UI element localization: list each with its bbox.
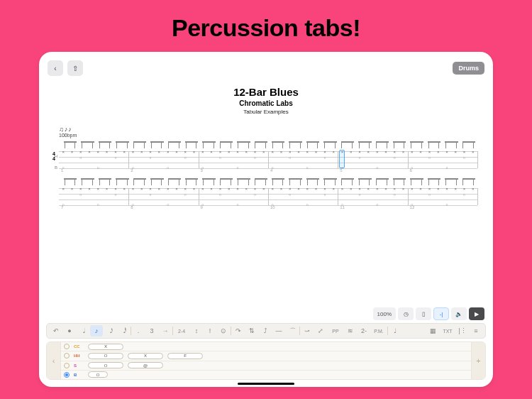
hihat-note[interactable]: × — [455, 150, 458, 154]
hihat-note[interactable]: × — [280, 150, 283, 154]
snare-note[interactable]: ○ — [254, 192, 256, 197]
hihat-note[interactable]: × — [175, 187, 178, 191]
hihat-note[interactable]: × — [210, 187, 213, 191]
hihat-note[interactable]: × — [88, 150, 91, 154]
hihat-note[interactable]: × — [236, 150, 239, 154]
hihat-note[interactable]: × — [393, 187, 396, 191]
hihat-note[interactable]: × — [262, 150, 265, 154]
hihat-note[interactable]: × — [219, 187, 222, 191]
hihat-note[interactable]: × — [114, 150, 117, 154]
hihat-note[interactable]: × — [184, 150, 187, 154]
hihat-note[interactable]: × — [350, 187, 353, 191]
hihat-note[interactable]: × — [132, 187, 135, 191]
hihat-note[interactable]: × — [437, 187, 440, 191]
hihat-note[interactable]: × — [71, 187, 74, 191]
hihat-note[interactable]: × — [393, 150, 396, 154]
hihat-note[interactable]: × — [367, 150, 370, 154]
hihat-note[interactable]: × — [289, 150, 292, 154]
toolbar-item[interactable]: 2- — [358, 325, 370, 337]
hihat-note[interactable]: × — [140, 150, 143, 154]
hihat-note[interactable]: × — [149, 187, 152, 191]
count-in-button[interactable]: -| — [433, 307, 449, 320]
toolbar-item[interactable]: ↶ — [50, 325, 62, 337]
drum-lane-hh[interactable]: HHOXF — [61, 351, 471, 361]
hihat-note[interactable]: × — [219, 150, 222, 154]
hihat-note[interactable]: × — [79, 187, 82, 191]
hihat-note[interactable]: × — [463, 187, 466, 191]
hihat-note[interactable]: × — [184, 187, 187, 191]
hihat-note[interactable]: × — [419, 150, 422, 154]
hihat-note[interactable]: × — [280, 187, 283, 191]
kick-note[interactable]: ○ — [167, 202, 169, 207]
hihat-note[interactable]: × — [289, 187, 292, 191]
hihat-note[interactable]: × — [323, 187, 326, 191]
hihat-note[interactable]: × — [332, 187, 335, 191]
hihat-note[interactable]: × — [341, 187, 344, 191]
hihat-note[interactable]: × — [402, 187, 405, 191]
hihat-note[interactable]: × — [367, 187, 370, 191]
hihat-note[interactable]: × — [132, 150, 135, 154]
toolbar-item[interactable]: ↕ — [190, 325, 203, 337]
kick-note[interactable]: ○ — [167, 165, 169, 170]
zoom-level[interactable]: 100% — [373, 307, 396, 320]
kick-note[interactable]: ○ — [376, 165, 378, 170]
hihat-note[interactable]: × — [445, 150, 448, 154]
hihat-note[interactable]: × — [402, 150, 405, 154]
snare-note[interactable]: ○ — [114, 192, 116, 197]
lane-radio[interactable] — [64, 372, 70, 378]
hihat-note[interactable]: × — [271, 150, 274, 154]
track-badge[interactable]: Drums — [453, 62, 484, 75]
hihat-note[interactable]: × — [88, 187, 91, 191]
snare-note[interactable]: ○ — [219, 192, 221, 197]
toolbar-item[interactable]: ⤢ — [314, 325, 327, 337]
note-pill[interactable]: F — [167, 353, 203, 359]
kick-note[interactable]: ○ — [445, 165, 448, 170]
hihat-note[interactable]: × — [411, 187, 414, 191]
hihat-note[interactable]: × — [472, 150, 475, 154]
note-pill[interactable]: X — [88, 344, 123, 350]
toolbar-item[interactable]: ⊙ — [217, 325, 230, 337]
hihat-note[interactable]: × — [376, 187, 379, 191]
toolbar-item[interactable]: ⇅ — [245, 325, 258, 337]
note-pill[interactable]: X — [128, 353, 163, 359]
note-pill[interactable]: O — [88, 371, 108, 378]
snare-note[interactable]: ○ — [359, 192, 361, 197]
toolbar-item[interactable]: ↷ — [232, 325, 245, 337]
hihat-note[interactable]: × — [228, 187, 231, 191]
toolbar-item[interactable]: ♩ — [389, 325, 401, 337]
hihat-note[interactable]: × — [323, 150, 326, 154]
toolbar-item[interactable]: ● — [63, 325, 76, 337]
snare-note[interactable]: ○ — [323, 155, 326, 160]
toolbar-item[interactable]: . — [132, 325, 145, 337]
tab-system-2[interactable]: ×○××○××○××○××○××○××○××○××○××○××○××○××○××… — [59, 178, 477, 208]
note-pill[interactable]: O — [88, 362, 123, 368]
hihat-note[interactable]: × — [384, 150, 387, 154]
kick-note[interactable]: ○ — [306, 165, 309, 170]
hihat-note[interactable]: × — [262, 187, 265, 191]
hihat-note[interactable]: × — [472, 187, 475, 191]
drum-lane-b[interactable]: BO — [61, 371, 471, 379]
hihat-note[interactable]: × — [201, 187, 204, 191]
hihat-note[interactable]: × — [71, 150, 74, 154]
hihat-note[interactable]: × — [350, 150, 353, 154]
snare-note[interactable]: ○ — [289, 155, 291, 160]
speaker-icon[interactable]: 🔈 — [451, 307, 467, 320]
editor-scroll-left[interactable]: ‹ — [47, 342, 61, 379]
snare-note[interactable]: ○ — [428, 192, 431, 197]
hihat-note[interactable]: × — [428, 187, 431, 191]
lane-radio[interactable] — [64, 344, 70, 349]
hihat-note[interactable]: × — [193, 150, 196, 154]
hihat-note[interactable]: × — [297, 187, 300, 191]
drum-lane-s[interactable]: SO@ — [61, 361, 471, 371]
toolbar-item[interactable]: ≡ — [470, 325, 482, 337]
lane-radio[interactable] — [64, 353, 70, 359]
snare-note[interactable]: ○ — [394, 155, 396, 160]
hihat-note[interactable]: × — [245, 187, 248, 191]
kick-note[interactable]: ○ — [236, 165, 238, 170]
hihat-note[interactable]: × — [297, 150, 300, 154]
snare-note[interactable]: ○ — [150, 155, 152, 160]
toolbar-item[interactable]: ! — [204, 325, 216, 337]
hihat-note[interactable]: × — [236, 187, 239, 191]
toolbar-item[interactable]: 3 — [145, 325, 158, 337]
toolbar-item[interactable]: ▦ — [426, 325, 439, 337]
